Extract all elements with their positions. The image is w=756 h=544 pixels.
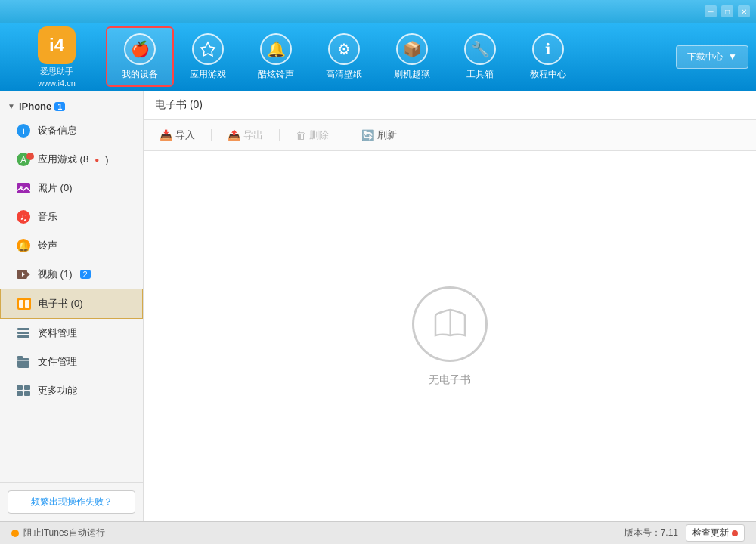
check-update-label: 检查更新 xyxy=(692,527,729,539)
file-manage-icon xyxy=(15,354,32,370)
version-label: 版本号：7.11 xyxy=(624,527,678,539)
videos-label: 视频 (1) xyxy=(38,267,73,281)
sidebar-bottom: 频繁出现操作失败？ xyxy=(0,482,143,521)
nav-item-jailbreak[interactable]: 📦 刷机越狱 xyxy=(378,26,446,87)
status-dot-icon xyxy=(11,530,19,537)
svg-rect-17 xyxy=(17,332,29,334)
tools-icon: 🔧 xyxy=(464,33,496,65)
sidebar-item-photos[interactable]: 照片 (0) xyxy=(0,174,143,202)
nav-label-tools: 工具箱 xyxy=(466,68,494,81)
nav-label-apps: 应用游戏 xyxy=(190,68,226,81)
nav-label-my-device: 我的设备 xyxy=(122,68,158,81)
svg-text:♫: ♫ xyxy=(20,211,28,223)
sidebar-item-file-manage[interactable]: 文件管理 xyxy=(0,348,143,376)
sidebar-device-section: ▼ iPhone 1 xyxy=(0,94,143,116)
header-right: 下载中心 ▼ xyxy=(676,45,748,69)
nav-item-apps[interactable]: 应用游戏 xyxy=(174,26,242,87)
svg-rect-24 xyxy=(24,391,30,396)
sidebar: ▼ iPhone 1 i 设备信息 A 应用游戏 (8●) xyxy=(0,91,144,521)
header: i4 爱思助手 www.i4.cn 🍎 我的设备 应用游戏 🔔 酷炫铃声 ⚙ 高… xyxy=(0,23,756,91)
download-center-button[interactable]: 下载中心 ▼ xyxy=(676,45,748,69)
help-button[interactable]: 频繁出现操作失败？ xyxy=(8,490,135,514)
ringtones-label: 铃声 xyxy=(38,239,57,252)
svg-text:i: i xyxy=(22,125,25,137)
sidebar-item-more[interactable]: 更多功能 xyxy=(0,376,143,405)
maximize-button[interactable]: □ xyxy=(721,5,733,17)
delete-label: 删除 xyxy=(309,128,329,142)
nav-item-my-device[interactable]: 🍎 我的设备 xyxy=(106,26,174,87)
svg-rect-4 xyxy=(17,183,30,193)
apps-sidebar-label: 应用游戏 (8 xyxy=(38,153,88,166)
logo-name: 爱思助手 xyxy=(40,66,73,77)
check-update-button[interactable]: 检查更新 xyxy=(686,524,745,542)
sidebar-item-apps[interactable]: A 应用游戏 (8●) xyxy=(0,145,143,174)
toolbar-sep-3 xyxy=(345,129,345,141)
status-right: 版本号：7.11 检查更新 xyxy=(624,524,745,542)
device-name-label: iPhone xyxy=(19,100,51,112)
nav-label-ringtones: 酷炫铃声 xyxy=(258,68,294,81)
svg-marker-11 xyxy=(27,272,30,277)
toolbar-sep-1 xyxy=(211,129,212,141)
sidebar-item-ebooks[interactable]: 电子书 (0) xyxy=(0,289,143,319)
delete-button[interactable]: 🗑 删除 xyxy=(291,126,333,144)
minimize-button[interactable]: ─ xyxy=(705,5,717,17)
title-bar: ─ □ ✕ xyxy=(0,0,756,23)
refresh-icon: 🔄 xyxy=(361,129,374,141)
toolbar-sep-2 xyxy=(279,129,280,141)
more-label: 更多功能 xyxy=(38,384,77,397)
device-info-label: 设备信息 xyxy=(38,124,77,138)
bell-icon: 🔔 xyxy=(260,33,292,65)
status-left: 阻止iTunes自动运行 xyxy=(11,527,105,539)
nav-label-tutorials: 教程中心 xyxy=(530,68,566,81)
music-icon: ♫ xyxy=(15,209,32,225)
content-body: 无电子书 xyxy=(144,151,756,521)
nav-item-tools[interactable]: 🔧 工具箱 xyxy=(446,26,514,87)
export-icon: 📤 xyxy=(228,129,240,141)
svg-rect-23 xyxy=(17,391,23,396)
export-button[interactable]: 📤 导出 xyxy=(223,126,268,144)
photos-icon xyxy=(15,180,32,196)
logo-area: i4 爱思助手 www.i4.cn xyxy=(8,26,106,88)
content-area: 电子书 (0) 📥 导入 📤 导出 🗑 删除 🔄 刷新 xyxy=(144,91,756,521)
device-info-icon: i xyxy=(15,122,32,139)
music-label: 音乐 xyxy=(38,210,57,224)
refresh-button[interactable]: 🔄 刷新 xyxy=(357,126,401,144)
svg-rect-15 xyxy=(25,300,29,308)
empty-text: 无电子书 xyxy=(429,373,471,387)
import-icon: 📥 xyxy=(160,129,172,141)
sidebar-item-music[interactable]: ♫ 音乐 xyxy=(0,202,143,231)
videos-icon xyxy=(15,266,32,283)
tutorials-icon: ℹ xyxy=(532,33,564,65)
content-header: 电子书 (0) xyxy=(144,91,756,120)
svg-rect-19 xyxy=(17,358,29,368)
status-bar: 阻止iTunes自动运行 版本号：7.11 检查更新 xyxy=(0,521,756,544)
apple-icon: 🍎 xyxy=(124,33,156,65)
svg-rect-14 xyxy=(19,300,23,308)
logo-url: www.i4.cn xyxy=(38,79,76,88)
ebooks-icon xyxy=(16,295,33,312)
sidebar-item-ringtones[interactable]: 🔔 铃声 xyxy=(0,231,143,260)
nav-items: 🍎 我的设备 应用游戏 🔔 酷炫铃声 ⚙ 高清壁纸 📦 刷机越狱 🔧 工具箱 xyxy=(106,26,676,87)
empty-ebook-icon xyxy=(412,286,488,362)
photos-label: 照片 (0) xyxy=(38,181,73,195)
import-button[interactable]: 📥 导入 xyxy=(155,126,200,144)
main-area: ▼ iPhone 1 i 设备信息 A 应用游戏 (8●) xyxy=(0,91,756,521)
nav-item-wallpapers[interactable]: ⚙ 高清壁纸 xyxy=(310,26,378,87)
apps-paren: ) xyxy=(105,154,108,165)
nav-item-tutorials[interactable]: ℹ 教程中心 xyxy=(514,26,582,87)
content-toolbar: 📥 导入 📤 导出 🗑 删除 🔄 刷新 xyxy=(144,120,756,151)
ebooks-label: 电子书 (0) xyxy=(39,297,83,311)
close-button[interactable]: ✕ xyxy=(738,5,750,17)
sidebar-item-device-info[interactable]: i 设备信息 xyxy=(0,116,143,145)
svg-rect-22 xyxy=(24,385,30,390)
svg-text:A: A xyxy=(20,155,26,165)
content-title: 电子书 (0) xyxy=(155,98,203,110)
download-center-label: 下载中心 xyxy=(687,51,723,63)
sidebar-arrow-icon: ▼ xyxy=(8,102,15,110)
data-manage-icon xyxy=(15,325,32,342)
sidebar-item-videos[interactable]: 视频 (1) 2 xyxy=(0,260,143,289)
itunes-status-text: 阻止iTunes自动运行 xyxy=(23,527,105,539)
nav-label-jailbreak: 刷机越狱 xyxy=(394,68,430,81)
sidebar-item-data-manage[interactable]: 资料管理 xyxy=(0,319,143,348)
nav-item-ringtones[interactable]: 🔔 酷炫铃声 xyxy=(242,26,310,87)
